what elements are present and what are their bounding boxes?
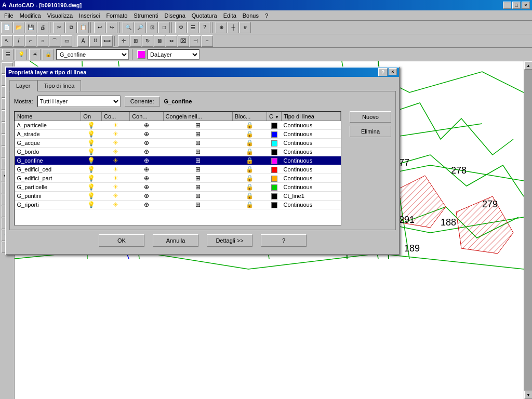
arc-button[interactable]: ⌒ [49, 35, 60, 47]
text-button[interactable]: A [77, 35, 89, 47]
col-nome[interactable]: Nome [15, 112, 81, 121]
color-btn[interactable] [137, 50, 145, 59]
dialog-close-button[interactable]: × [389, 68, 397, 75]
properties-button[interactable]: ⚙ [175, 22, 187, 33]
menu-formato[interactable]: Formato [103, 11, 130, 20]
sun-icon: ☀ [113, 192, 118, 200]
snap-button[interactable]: ⊕ [216, 22, 227, 33]
cell-bloc: 🔒 [232, 139, 267, 148]
table-row[interactable]: G_confine 💡 ☀ ⊕ ⊞ 🔒 Continuous [15, 156, 341, 165]
move-button[interactable]: ✛ [118, 35, 129, 47]
cell-on: 💡 [81, 192, 102, 201]
ok-button[interactable]: OK [99, 234, 144, 247]
toolbar-2: ↖ / ⌐ ○ ⌒ ▭ A ⠿ ⟺ ✛ ⊞ ↻ ⊠ ⇔ ⌧ ⊣ ⌐ [0, 34, 532, 48]
extend-button[interactable]: ⊣ [190, 35, 201, 47]
color-swatch [271, 184, 277, 191]
col-con[interactable]: Con... [130, 112, 163, 121]
save-button[interactable]: 💾 [25, 22, 36, 33]
table-row[interactable]: G_edifici_part 💡 ☀ ⊕ ⊞ 🔒 Continuous [15, 174, 341, 183]
table-row[interactable]: G_edifici_ced 💡 ☀ ⊕ ⊞ 🔒 Continuous [15, 165, 341, 174]
col-congela[interactable]: Congela nell... [163, 112, 232, 121]
zoom-in-button[interactable]: 🔍 [123, 22, 134, 33]
cell-name: A_particelle [15, 121, 81, 130]
col-tipo[interactable]: Tipo di linea [282, 112, 341, 121]
nuovo-button[interactable]: Nuovo [350, 111, 391, 123]
dettagli-button[interactable]: Dettagli >> [207, 234, 252, 247]
cell-co: ☀ [102, 156, 130, 165]
cut-button[interactable]: ✂ [54, 22, 65, 33]
rect-button[interactable]: ▭ [61, 35, 72, 47]
menu-modifica[interactable]: Modifica [17, 11, 44, 20]
annulla-button[interactable]: Annulla [153, 234, 198, 247]
layer-icon-2[interactable]: 💡 [16, 49, 27, 60]
rotate-button[interactable]: ↻ [142, 35, 153, 47]
scale-button[interactable]: ⊠ [154, 35, 165, 47]
table-row[interactable]: G_puntini 💡 ☀ ⊕ ⊞ 🔒 Ct_line1 [15, 192, 341, 201]
tab-layer[interactable]: Layer [9, 80, 37, 91]
right-layer-select[interactable]: DaLayer [148, 49, 200, 60]
new-button[interactable]: 📄 [1, 22, 12, 33]
paste-button[interactable]: 📋 [77, 22, 89, 33]
layer-icon-3[interactable]: ☀ [29, 49, 41, 60]
dialog-help-button[interactable]: ? [378, 68, 388, 76]
table-row[interactable]: A_strade 💡 ☀ ⊕ ⊞ 🔒 Continuous [15, 130, 341, 139]
layer-table-container[interactable]: Nome On Co... Con... Congela nell... Blo… [14, 111, 341, 225]
print-button[interactable]: 🖨 [37, 22, 48, 33]
tab-tipo-linea[interactable]: Tipo di linea [37, 80, 82, 91]
zoom-all-button[interactable]: ⊡ [147, 22, 158, 33]
col-co[interactable]: Co... [102, 112, 130, 121]
menu-file[interactable]: File [1, 11, 17, 20]
restore-button[interactable]: □ [512, 2, 521, 9]
open-button[interactable]: 📂 [13, 22, 24, 33]
menu-help[interactable]: ? [262, 11, 271, 20]
corrente-button[interactable]: Corrente: [125, 96, 160, 107]
redo-button[interactable]: ↪ [106, 22, 117, 33]
cell-congela: ⊞ [163, 192, 232, 201]
table-row[interactable]: G_bordo 💡 ☀ ⊕ ⊞ 🔒 Continuous [15, 148, 341, 156]
layer-icon-4[interactable]: 🔒 [43, 49, 54, 60]
help2-button[interactable]: ? [261, 234, 307, 247]
menu-bonus[interactable]: Bonus [240, 11, 262, 20]
ortho-button[interactable]: ┼ [228, 22, 239, 33]
zoom-win-button[interactable]: □ [158, 22, 170, 33]
fillet-button[interactable]: ⌐ [202, 35, 213, 47]
sun-icon: ☀ [113, 157, 118, 164]
layer-button[interactable]: ☰ [187, 22, 198, 33]
menu-bar: File Modifica Visualizza Inserisci Forma… [0, 10, 532, 21]
menu-visualizza[interactable]: Visualizza [44, 11, 76, 20]
zoom-out-button[interactable]: 🔎 [135, 22, 146, 33]
table-row[interactable]: G_acque 💡 ☀ ⊕ ⊞ 🔒 Continuous [15, 139, 341, 148]
table-row[interactable]: A_particelle 💡 ☀ ⊕ ⊞ 🔒 Continuous [15, 121, 341, 130]
circle-button[interactable]: ○ [37, 35, 48, 47]
table-row[interactable]: G_riporti 💡 ☀ ⊕ ⊞ 🔒 Continuous [15, 201, 341, 209]
table-row[interactable]: G_particelle 💡 ☀ ⊕ ⊞ 🔒 Continuous [15, 183, 341, 192]
filter-combo[interactable]: Tutti i layer [37, 96, 121, 107]
grid-button[interactable]: # [240, 22, 251, 33]
layer-manager-button[interactable]: ☰ [2, 49, 14, 60]
col-on[interactable]: On [81, 112, 102, 121]
copy-button[interactable]: ⧉ [65, 22, 77, 33]
undo-button[interactable]: ↩ [94, 22, 105, 33]
mirror-button[interactable]: ⇔ [166, 35, 177, 47]
cell-linetype: Continuous [282, 165, 341, 174]
hatch-button[interactable]: ⠿ [89, 35, 101, 47]
layer-select[interactable]: G_confine [56, 49, 129, 60]
minimize-button[interactable]: _ [503, 2, 511, 9]
close-button[interactable]: × [522, 2, 530, 9]
menu-edita[interactable]: Edita [220, 11, 240, 20]
elimina-button[interactable]: Elimina [350, 126, 391, 137]
menu-quotatura[interactable]: Quotatura [189, 11, 220, 20]
col-c[interactable]: C ▼ [267, 112, 282, 121]
col-bloc[interactable]: Bloc... [232, 112, 267, 121]
copy2-button[interactable]: ⊞ [130, 35, 141, 47]
select-button[interactable]: ↖ [1, 35, 12, 47]
polyline-button[interactable]: ⌐ [25, 35, 36, 47]
menu-inserisci[interactable]: Inserisci [76, 11, 103, 20]
cell-color [267, 174, 282, 183]
dim-button[interactable]: ⟺ [101, 35, 113, 47]
menu-strumenti[interactable]: Strumenti [130, 11, 161, 20]
help-button[interactable]: ? [199, 22, 210, 33]
trim-button[interactable]: ⌧ [178, 35, 189, 47]
line-button[interactable]: / [13, 35, 24, 47]
menu-disegna[interactable]: Disegna [161, 11, 188, 20]
